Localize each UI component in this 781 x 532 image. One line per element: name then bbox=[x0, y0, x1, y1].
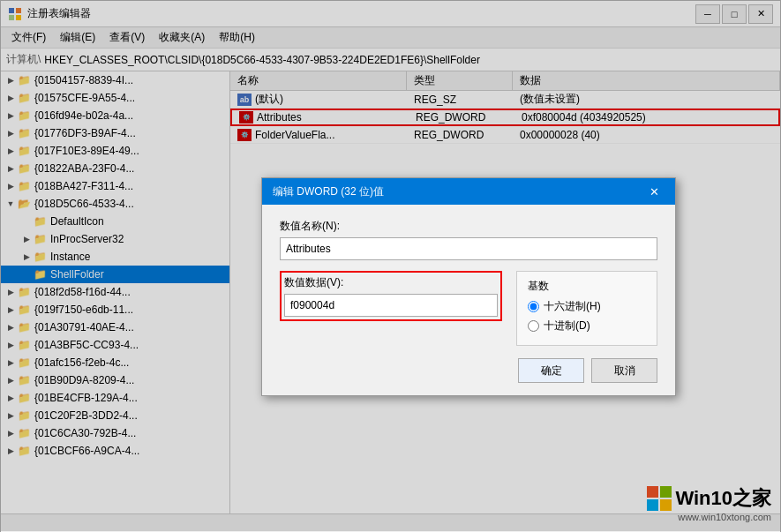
data-value-input[interactable] bbox=[284, 294, 498, 317]
dialog-buttons: 确定 取消 bbox=[280, 358, 657, 383]
radio-dec[interactable] bbox=[528, 320, 539, 332]
radio-hex-label[interactable]: 十六进制(H) bbox=[528, 299, 646, 314]
ok-button[interactable]: 确定 bbox=[518, 358, 584, 383]
data-row: 数值数据(V): 基数 十六进制(H) 十进制(D) bbox=[280, 271, 657, 346]
base-label: 基数 bbox=[528, 279, 646, 294]
data-field-label: 数值数据(V): bbox=[284, 275, 498, 290]
radio-dec-text: 十进制(D) bbox=[544, 318, 590, 333]
base-section: 基数 十六进制(H) 十进制(D) bbox=[516, 271, 657, 346]
radio-hex[interactable] bbox=[528, 301, 539, 312]
data-input-box: 数值数据(V): bbox=[280, 271, 502, 321]
main-window: 注册表编辑器 ─ □ ✕ 文件(F) 编辑(E) 查看(V) 收藏夹(A) 帮助… bbox=[0, 0, 781, 532]
edit-dword-dialog: 编辑 DWORD (32 位)值 ✕ 数值名称(N): 数值数据(V): 基数 bbox=[261, 177, 676, 396]
dialog-close-button[interactable]: ✕ bbox=[643, 182, 665, 201]
radio-hex-text: 十六进制(H) bbox=[544, 299, 601, 314]
cancel-button[interactable]: 取消 bbox=[591, 358, 657, 383]
data-input-section: 数值数据(V): bbox=[280, 271, 502, 321]
radio-dec-label[interactable]: 十进制(D) bbox=[528, 318, 646, 333]
dialog-title-bar: 编辑 DWORD (32 位)值 ✕ bbox=[262, 178, 675, 205]
name-field-label: 数值名称(N): bbox=[280, 219, 657, 234]
dialog-title-text: 编辑 DWORD (32 位)值 bbox=[273, 184, 643, 199]
dialog-body: 数值名称(N): 数值数据(V): 基数 十六进制(H) bbox=[262, 205, 675, 395]
name-input[interactable] bbox=[280, 237, 657, 260]
